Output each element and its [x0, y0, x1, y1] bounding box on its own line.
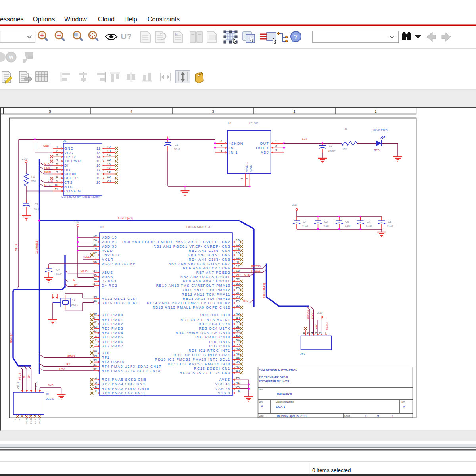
svg-text:Y1: Y1: [72, 298, 75, 301]
svg-text:RC15 OSC2 CLKO: RC15 OSC2 CLKO: [102, 301, 139, 305]
svg-text:34: 34: [93, 269, 97, 273]
svg-text:ADJ: ADJ: [261, 150, 269, 154]
svg-text:0.1uF: 0.1uF: [345, 225, 351, 227]
svg-text:RB7 AN7 PGED2: RB7 AN7 PGED2: [196, 271, 230, 274]
svg-text:RD11 IC4 PMCS1 PMA14 INT4: RD11 IC4 PMCS1 PMA14 INT4: [168, 362, 230, 366]
svg-text:C4: C4: [303, 220, 307, 223]
svg-text:22: 22: [236, 278, 240, 281]
svg-text:C3: C3: [35, 203, 38, 206]
svg-text:PROG1: PROG1: [311, 310, 314, 319]
svg-text:RESET: RESET: [326, 322, 328, 330]
svg-text:51: 51: [236, 325, 240, 328]
svg-text:27: 27: [236, 291, 240, 294]
svg-text:1: 1: [392, 415, 393, 417]
svg-text:GND 1: GND 1: [245, 162, 248, 172]
svg-text:11: 11: [236, 260, 240, 264]
svg-text:CTS: CTS: [64, 180, 73, 184]
svg-text:4: 4: [130, 109, 132, 113]
svg-text:54: 54: [236, 338, 240, 342]
svg-text:60: 60: [93, 312, 97, 315]
svg-text:15: 15: [96, 159, 100, 163]
svg-text:DI: DI: [64, 163, 69, 167]
svg-text:47: 47: [236, 365, 240, 369]
svg-text:2: 2: [275, 144, 277, 148]
svg-text:1: 1: [323, 332, 326, 334]
svg-text:0.1uF: 0.1uF: [324, 225, 330, 227]
svg-text:VCAP VDDCORE: VCAP VDDCORE: [102, 262, 136, 266]
svg-text:0 items selected: 0 items selected: [312, 467, 351, 473]
svg-text:J2: J2: [63, 139, 67, 142]
svg-text:URX: URX: [44, 167, 50, 169]
svg-text:48: 48: [236, 369, 240, 373]
svg-text:20: 20: [96, 180, 100, 184]
svg-text:VSS 41: VSS 41: [215, 382, 230, 386]
svg-text:C6: C6: [345, 220, 349, 223]
svg-text:PROG0: PROG0: [307, 310, 309, 319]
svg-text:D-: D-: [23, 375, 26, 378]
svg-text:Title: Title: [259, 388, 263, 391]
svg-text:VDD 10: VDD 10: [102, 236, 117, 240]
svg-text:33: 33: [93, 359, 97, 362]
svg-text:USB-B: USB-B: [46, 397, 54, 400]
svg-text:GND: GND: [48, 384, 54, 387]
svg-text:PROG0: PROG0: [251, 265, 261, 268]
svg-text:RB14 AN14 PMALH PMA1 U2RTS BC: RB14 AN14 PMALH PMA1 U2RTS BCLK2: [147, 301, 230, 305]
svg-text:RB5 AN5 VBUSON C1IN+ CN7: RB5 AN5 VBUSON C1IN+ CN7: [168, 262, 230, 266]
svg-text:3.3V: 3.3V: [302, 137, 308, 140]
svg-text:1: 1: [365, 415, 367, 417]
svg-text:C1: C1: [175, 143, 178, 146]
svg-text:RD0 OC1 INT0: RD0 OC1 INT0: [200, 313, 230, 317]
svg-text:RB9 AN9 PMA7 C2OUT: RB9 AN9 PMA7 C2OUT: [183, 279, 230, 283]
svg-text:32: 32: [93, 367, 97, 371]
svg-text:30: 30: [236, 304, 240, 307]
svg-text:RE3 PMD3: RE3 PMD3: [102, 326, 123, 330]
svg-text:13: 13: [236, 251, 240, 255]
svg-text:17: 17: [236, 265, 240, 268]
svg-text:4: 4: [95, 376, 97, 380]
svg-text:0.1uF: 0.1uF: [366, 225, 373, 227]
svg-text:150: 150: [342, 148, 347, 150]
svg-text:R5: R5: [344, 127, 347, 130]
svg-text:Sheet: Sheet: [344, 415, 350, 417]
svg-text:ROCHESTER NY 14623: ROCHESTER NY 14623: [259, 380, 289, 383]
svg-text:A: A: [403, 405, 405, 409]
svg-text:Document Number: Document Number: [276, 401, 294, 403]
svg-text:RD2 OC3 U1RX: RD2 OC3 U1RX: [198, 322, 230, 326]
svg-text:6: 6: [56, 166, 58, 170]
svg-text:D-: D-: [73, 278, 76, 281]
svg-text:28: 28: [236, 295, 240, 299]
svg-text:25: 25: [236, 286, 240, 290]
svg-text:12: 12: [236, 256, 240, 259]
svg-text:RB12 AN12 TCK PMA11: RB12 AN12 TCK PMA11: [182, 292, 230, 296]
svg-text:46: 46: [236, 312, 240, 315]
svg-text:9: 9: [56, 179, 58, 183]
svg-text:OUT 1: OUT 1: [256, 146, 269, 150]
svg-text:RB3 AN3 C2IN+ CN5: RB3 AN3 C2IN+ CN5: [188, 253, 230, 257]
svg-text:PROG1: PROG1: [251, 269, 261, 272]
svg-text:6: 6: [95, 385, 97, 389]
svg-text:7: 7: [56, 171, 58, 174]
svg-text:VBUS: VBUS: [102, 271, 113, 274]
svg-text:20: 20: [236, 376, 240, 380]
svg-text:PROGB[4:1]: PROGB[4:1]: [263, 283, 266, 298]
svg-text:40: 40: [93, 299, 97, 303]
svg-text:VSS 9: VSS 9: [218, 391, 230, 395]
svg-text:Connector for Xtend XCevr: Connector for Xtend XCevr: [61, 195, 100, 198]
svg-text:36: 36: [93, 278, 97, 281]
svg-text:VUSB: VUSB: [102, 275, 113, 279]
svg-text:MAIN PWR: MAIN PWR: [373, 128, 388, 131]
svg-text:GND: GND: [43, 144, 49, 147]
svg-text:Constraints: Constraints: [148, 16, 180, 23]
svg-text:GPO2: GPO2: [64, 155, 76, 159]
svg-text:D- RG3: D- RG3: [102, 279, 117, 283]
svg-text:7: 7: [221, 144, 223, 148]
svg-text:GND: GND: [315, 323, 318, 329]
svg-text:35: 35: [93, 273, 97, 277]
svg-text:RB13 AN13 TDI PMA10: RB13 AN13 TDI PMA10: [183, 297, 230, 301]
svg-text:3.3V: 3.3V: [74, 221, 80, 223]
svg-text:GND: GND: [35, 381, 37, 388]
svg-text:AVSS: AVSS: [219, 378, 230, 382]
svg-text:8: 8: [221, 149, 223, 152]
svg-text:TX PWR: TX PWR: [64, 159, 81, 163]
svg-text:Rev: Rev: [401, 401, 405, 403]
